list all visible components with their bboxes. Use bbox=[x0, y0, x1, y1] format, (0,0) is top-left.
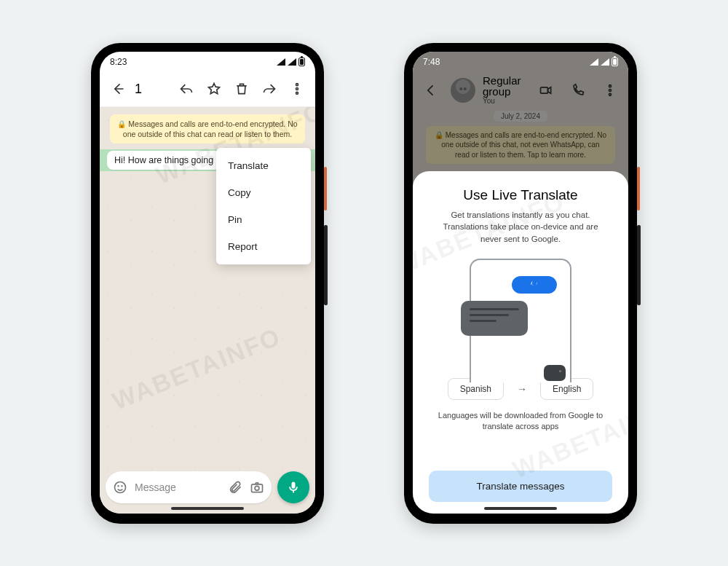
svg-point-0 bbox=[296, 84, 298, 86]
more-button[interactable] bbox=[285, 76, 309, 101]
chat-body[interactable]: WABETAINFO WABETAINFO 🔒 Messages and cal… bbox=[100, 107, 315, 514]
battery-icon bbox=[612, 58, 618, 66]
message-text: Hi! How are things going bbox=[114, 155, 213, 165]
svg-point-3 bbox=[115, 482, 126, 492]
live-translate-sheet: Use Live Translate Get translations inst… bbox=[413, 171, 628, 514]
cell-signal-icon bbox=[288, 58, 296, 66]
star-button[interactable] bbox=[202, 76, 226, 101]
svg-point-5 bbox=[122, 485, 122, 486]
status-bar: 8:23 bbox=[100, 52, 315, 72]
status-time: 7:48 bbox=[423, 57, 440, 67]
lock-icon: 🔒 bbox=[117, 120, 126, 128]
message-placeholder: Message bbox=[135, 482, 221, 493]
svg-point-7 bbox=[255, 486, 259, 490]
phone-mockup-live-translate: 7:48 Regular group You bbox=[404, 43, 637, 524]
svg-rect-6 bbox=[252, 484, 263, 492]
context-menu: Translate Copy Pin Report bbox=[216, 148, 311, 264]
back-button[interactable] bbox=[106, 76, 130, 101]
message-bubble[interactable]: Hi! How are things going bbox=[107, 151, 221, 170]
selection-count: 1 bbox=[135, 82, 142, 97]
svg-point-2 bbox=[296, 92, 298, 94]
wifi-icon bbox=[590, 58, 598, 66]
attach-icon[interactable] bbox=[228, 480, 242, 495]
delete-button[interactable] bbox=[229, 76, 254, 101]
arrow-right-icon: → bbox=[517, 383, 527, 395]
cell-signal-icon bbox=[601, 58, 609, 66]
selection-toolbar: 1 bbox=[100, 72, 315, 107]
watermark: WABETAINFO bbox=[108, 322, 285, 415]
menu-translate[interactable]: Translate bbox=[216, 152, 311, 179]
svg-point-4 bbox=[118, 485, 119, 486]
forward-button[interactable] bbox=[257, 76, 282, 101]
gesture-bar bbox=[484, 507, 557, 510]
sheet-title: Use Live Translate bbox=[429, 187, 612, 203]
translate-messages-button[interactable]: Translate messages bbox=[429, 471, 612, 502]
message-input-bar: Message bbox=[106, 471, 309, 503]
menu-pin[interactable]: Pin bbox=[216, 206, 311, 233]
status-bar: 7:48 bbox=[413, 52, 628, 72]
menu-report[interactable]: Report bbox=[216, 233, 311, 260]
phone-mockup-whatsapp: 8:23 1 bbox=[91, 43, 324, 524]
message-field[interactable]: Message bbox=[106, 471, 272, 503]
illustration bbox=[429, 256, 612, 365]
camera-icon[interactable] bbox=[250, 480, 264, 495]
wifi-icon bbox=[277, 58, 285, 66]
menu-copy[interactable]: Copy bbox=[216, 179, 311, 206]
mic-button[interactable] bbox=[277, 471, 309, 503]
gesture-bar bbox=[171, 507, 244, 510]
svg-point-1 bbox=[296, 88, 298, 90]
emoji-icon[interactable] bbox=[113, 480, 127, 495]
encryption-notice[interactable]: 🔒 Messages and calls are end-to-end encr… bbox=[110, 114, 305, 144]
battery-icon bbox=[298, 58, 305, 66]
status-time: 8:23 bbox=[110, 57, 127, 67]
sheet-lead: Get translations instantly as you chat. … bbox=[433, 209, 608, 245]
translate-pill-icon bbox=[512, 276, 557, 294]
sheet-footnote: Languages will be downloaded from Google… bbox=[436, 410, 605, 433]
reply-button[interactable] bbox=[174, 76, 199, 101]
